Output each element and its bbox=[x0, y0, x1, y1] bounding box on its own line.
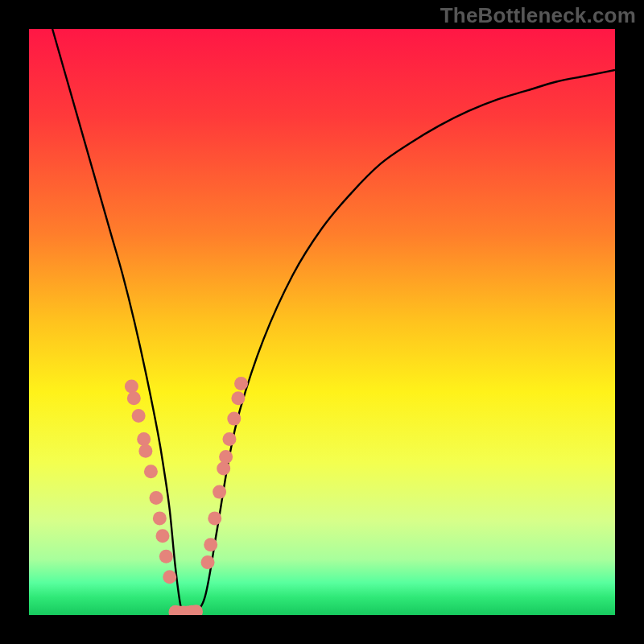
marker-dot bbox=[127, 391, 141, 405]
marker-dot bbox=[204, 538, 217, 551]
marker-dot bbox=[155, 529, 169, 543]
watermark-text: TheBottleneck.com bbox=[440, 3, 636, 28]
gradient-background bbox=[29, 29, 615, 615]
marker-dot bbox=[219, 450, 233, 464]
outer-frame: TheBottleneck.com bbox=[0, 0, 644, 644]
chart-svg bbox=[29, 29, 615, 615]
markers-bottom bbox=[169, 605, 203, 615]
marker-dot bbox=[144, 464, 158, 478]
marker-dot bbox=[132, 409, 146, 423]
plot-area bbox=[29, 29, 615, 615]
marker-dot bbox=[227, 412, 241, 426]
marker-dot bbox=[217, 462, 230, 476]
marker-dot bbox=[159, 550, 173, 564]
marker-dot bbox=[222, 432, 236, 446]
marker-dot bbox=[208, 511, 221, 525]
marker-dot bbox=[138, 444, 152, 458]
marker-dot bbox=[213, 485, 226, 499]
marker-dot bbox=[149, 491, 163, 505]
marker-dot bbox=[163, 570, 176, 584]
marker-dot bbox=[137, 432, 151, 446]
marker-dot bbox=[231, 391, 245, 405]
marker-dot bbox=[125, 380, 138, 394]
marker-dot bbox=[201, 555, 215, 569]
marker-dot bbox=[234, 377, 248, 390]
marker-dot bbox=[153, 511, 167, 525]
